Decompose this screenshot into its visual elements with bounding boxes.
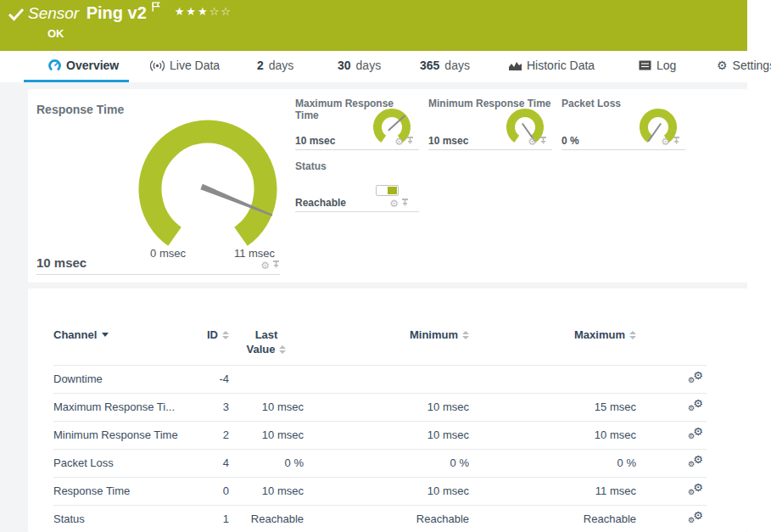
sort-icon xyxy=(279,345,286,354)
channel-table: Channel ID Last Value Minimum xyxy=(53,328,707,532)
channel-minimum: 10 msec xyxy=(304,477,469,505)
channel-id: -4 xyxy=(185,365,229,393)
prtg-sensor-page: Sensor Ping v2 ★★★☆☆ OK Overview xyxy=(0,0,771,532)
channel-last-value: 10 msec xyxy=(229,393,304,421)
live-signal-icon xyxy=(150,60,165,71)
tab-log[interactable]: Log xyxy=(639,59,676,72)
tab-2-days[interactable]: 2 days xyxy=(257,59,293,72)
pin-icon[interactable] xyxy=(539,137,547,147)
minimum-response-time-gauge: Minimum Response Time 10 msec ⚙ xyxy=(428,98,552,150)
tab-live-data[interactable]: Live Data xyxy=(150,59,220,72)
sort-icon xyxy=(222,331,229,339)
channel-maximum: 0 % xyxy=(469,449,636,477)
column-header-settings xyxy=(636,328,707,365)
channel-last-value: 0 % xyxy=(229,449,304,477)
column-header-id[interactable]: ID xyxy=(185,328,229,365)
gauge-scale-min: 0 msec xyxy=(138,247,198,260)
table-row: Minimum Response Time 2 10 msec 10 msec … xyxy=(53,421,707,449)
gauge-title: Packet Loss xyxy=(561,98,621,109)
gear-icon[interactable]: ⚙ xyxy=(389,199,399,209)
pin-icon[interactable] xyxy=(272,260,280,271)
gauge-dial xyxy=(131,115,284,259)
channel-id: 3 xyxy=(185,393,229,421)
channel-name: Response Time xyxy=(53,477,185,505)
channel-name: Minimum Response Time xyxy=(53,421,185,449)
channel-maximum: 15 msec xyxy=(469,393,636,421)
channel-settings-icon[interactable]: ⚙⚙ xyxy=(688,511,703,524)
table-row: Response Time 0 10 msec 10 msec 11 msec … xyxy=(53,477,707,505)
tab-365-days[interactable]: 365 days xyxy=(420,59,470,72)
log-list-icon xyxy=(639,60,651,70)
channel-last-value: Reachable xyxy=(229,505,304,532)
gauge-title: Status xyxy=(295,160,327,172)
gauge-value: 10 msec xyxy=(428,135,468,147)
pin-icon[interactable] xyxy=(673,137,680,147)
channel-name: Downtime xyxy=(53,365,185,393)
table-row: Packet Loss 4 0 % 0 % 0 % ⚙⚙ xyxy=(53,449,707,477)
channel-settings-icon[interactable]: ⚙⚙ xyxy=(688,455,703,468)
maximum-response-time-gauge: Maximum Response Time 10 msec ⚙ xyxy=(295,98,419,150)
channel-minimum: Reachable xyxy=(304,505,469,532)
response-time-gauge: Response Time 0 msec 11 msec 10 msec ⚙ xyxy=(36,96,280,275)
priority-stars[interactable]: ★★★☆☆ xyxy=(175,5,232,18)
channel-maximum: 10 msec xyxy=(469,421,636,449)
channel-id: 2 xyxy=(185,421,229,449)
gear-icon[interactable]: ⚙ xyxy=(394,137,404,147)
gauges-panel: Response Time 0 msec 11 msec 10 msec ⚙ M… xyxy=(28,89,747,283)
channel-name: Status xyxy=(53,505,185,532)
channel-settings-icon[interactable]: ⚙⚙ xyxy=(688,371,703,384)
channel-maximum: 11 msec xyxy=(469,477,636,505)
channel-name: Maximum Response Ti... xyxy=(53,393,185,421)
gauge-icon xyxy=(48,59,61,72)
channel-name: Packet Loss xyxy=(53,449,185,477)
sensor-status-text: OK xyxy=(47,27,64,40)
status-gauge: Status Reachable ⚙ xyxy=(295,160,419,212)
sensor-name: Ping v2 xyxy=(87,3,147,22)
table-row: Downtime -4 ⚙⚙ xyxy=(53,365,707,393)
sensor-title: Sensor Ping v2 ★★★☆☆ xyxy=(28,3,232,23)
channel-minimum: 0 % xyxy=(304,449,469,477)
channel-settings-icon[interactable]: ⚙⚙ xyxy=(688,483,703,496)
table-row: Maximum Response Ti... 3 10 msec 10 msec… xyxy=(53,393,707,421)
gear-icon[interactable]: ⚙ xyxy=(528,137,537,147)
gauge-value: Reachable xyxy=(295,197,346,209)
tab-settings[interactable]: ⚙ Settings xyxy=(717,59,771,72)
channel-last-value xyxy=(229,365,304,393)
channel-maximum xyxy=(469,365,636,393)
channel-settings-icon[interactable]: ⚙⚙ xyxy=(688,399,703,412)
channel-last-value: 10 msec xyxy=(229,421,304,449)
table-row: Status 1 Reachable Reachable Reachable ⚙… xyxy=(53,505,707,532)
gauge-scale-max: 11 msec xyxy=(225,247,284,260)
channel-minimum: 10 msec xyxy=(304,393,469,421)
column-header-minimum[interactable]: Minimum xyxy=(304,328,469,365)
gauge-value: 0 % xyxy=(561,135,579,147)
sensor-header: Sensor Ping v2 ★★★☆☆ OK xyxy=(0,0,747,51)
tab-bar: Overview Live Data 2 days 30 days 365 da… xyxy=(0,51,771,82)
pin-icon[interactable] xyxy=(406,137,414,147)
column-header-last-value[interactable]: Last Value xyxy=(229,328,304,365)
channel-id: 0 xyxy=(185,477,229,505)
channel-id: 1 xyxy=(185,505,229,532)
gear-icon[interactable]: ⚙ xyxy=(661,137,670,147)
flag-icon[interactable] xyxy=(152,2,160,12)
tab-overview[interactable]: Overview xyxy=(48,59,119,72)
sort-desc-icon xyxy=(102,333,109,337)
status-toggle xyxy=(376,185,399,196)
tab-historic-data[interactable]: Historic Data xyxy=(509,59,595,72)
channel-settings-icon[interactable]: ⚙⚙ xyxy=(688,427,703,440)
gauge-value: 10 msec xyxy=(295,135,335,147)
tab-30-days[interactable]: 30 days xyxy=(338,59,381,72)
gauge-value: 10 msec xyxy=(36,255,87,270)
column-header-channel[interactable]: Channel xyxy=(53,328,185,365)
column-header-maximum[interactable]: Maximum xyxy=(469,328,636,365)
sort-icon xyxy=(629,331,636,339)
content-area: Response Time 0 msec 11 msec 10 msec ⚙ M… xyxy=(0,82,747,532)
sort-icon xyxy=(462,331,469,339)
gauge-title: Response Time xyxy=(36,103,124,116)
channel-minimum xyxy=(304,365,469,393)
gear-icon[interactable]: ⚙ xyxy=(260,260,270,271)
channel-minimum: 10 msec xyxy=(304,421,469,449)
channel-last-value: 10 msec xyxy=(229,477,304,505)
packet-loss-gauge: Packet Loss 0 % ⚙ xyxy=(561,98,685,150)
pin-icon[interactable] xyxy=(401,199,409,209)
